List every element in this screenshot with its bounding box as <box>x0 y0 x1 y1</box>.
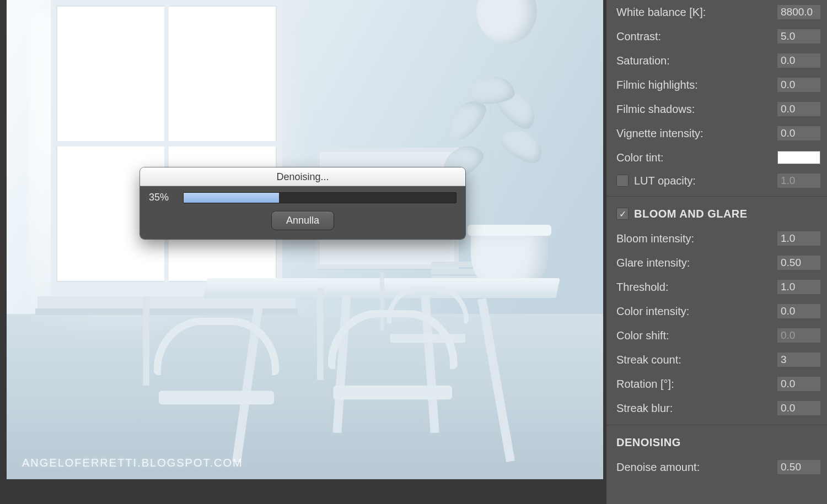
bloom-and-glare-checkbox[interactable]: ✓ <box>616 208 629 220</box>
color-tint-swatch[interactable] <box>777 151 820 164</box>
bloom-row-color_shift: Color shift: <box>616 323 820 348</box>
param-row-filmic_highlights: Filmic highlights: <box>616 73 820 97</box>
progress-dialog: Denoising... 35% Annulla <box>140 167 465 239</box>
bloom-row-streak_blur: Streak blur: <box>616 396 820 420</box>
denoise-input-denoise_amount[interactable] <box>777 460 820 474</box>
bloom-label-rotation: Rotation [°]: <box>616 378 777 391</box>
section-title-bloom-and-glare: BLOOM AND GLARE <box>634 208 748 220</box>
param-input-saturation[interactable] <box>777 53 820 68</box>
section-denoising: DENOISING <box>616 430 820 455</box>
bloom-row-bloom_intensity: Bloom intensity: <box>616 226 820 251</box>
param-input-filmic_highlights[interactable] <box>777 78 820 92</box>
bloom-label-streak_count: Streak count: <box>616 354 777 366</box>
bloom-input-glare_intensity[interactable] <box>777 256 820 270</box>
param-row-contrast: Contrast: <box>616 24 820 48</box>
cancel-button[interactable]: Annulla <box>271 211 334 230</box>
render-settings-panel: White balance [K]:Contrast:Saturation:Fi… <box>606 0 827 504</box>
bloom-label-color_shift: Color shift: <box>616 329 777 342</box>
bloom-row-color_intensity: Color intensity: <box>616 299 820 323</box>
bloom-input-color_intensity[interactable] <box>777 304 820 318</box>
param-input-vignette_intensity[interactable] <box>777 126 820 140</box>
param-label-white_balance: White balance [K]: <box>616 6 777 19</box>
bloom-input-bloom_intensity[interactable] <box>777 231 820 246</box>
param-input-white_balance[interactable] <box>777 5 820 19</box>
bloom-row-streak_count: Streak count: <box>616 348 820 372</box>
bloom-input-threshold[interactable] <box>777 280 820 294</box>
bloom-input-color_shift[interactable] <box>777 328 820 343</box>
param-label-saturation: Saturation: <box>616 55 777 67</box>
bloom-label-color_intensity: Color intensity: <box>616 305 777 318</box>
param-row-white_balance: White balance [K]: <box>616 0 820 24</box>
render-viewport: ANGELOFERRETTI.BLOGSPOT.COM <box>7 0 603 479</box>
param-row-filmic_shadows: Filmic shadows: <box>616 97 820 121</box>
param-input-contrast[interactable] <box>777 29 820 44</box>
param-row-vignette_intensity: Vignette intensity: <box>616 121 820 145</box>
bloom-input-streak_count[interactable] <box>777 353 820 367</box>
viewport-watermark: ANGELOFERRETTI.BLOGSPOT.COM <box>22 457 243 469</box>
param-row-color-tint: Color tint: <box>616 145 820 170</box>
bloom-label-bloom_intensity: Bloom intensity: <box>616 232 777 245</box>
section-title-denoising: DENOISING <box>616 436 681 449</box>
param-row-saturation: Saturation: <box>616 48 820 73</box>
denoise-row-denoise_amount: Denoise amount: <box>616 455 820 479</box>
bloom-label-threshold: Threshold: <box>616 281 777 294</box>
lut-opacity-input[interactable] <box>777 174 820 188</box>
param-label-vignette_intensity: Vignette intensity: <box>616 127 777 140</box>
progress-bar-fill <box>184 193 279 203</box>
progress-percent-label: 35% <box>149 192 174 203</box>
bloom-input-streak_blur[interactable] <box>777 401 820 415</box>
progress-bar <box>183 192 457 203</box>
param-row-lut-opacity: ✓ LUT opacity: <box>616 170 820 192</box>
param-label-filmic_shadows: Filmic shadows: <box>616 103 777 116</box>
bloom-label-glare_intensity: Glare intensity: <box>616 257 777 269</box>
param-label-filmic_highlights: Filmic highlights: <box>616 79 777 91</box>
param-label-contrast: Contrast: <box>616 30 777 43</box>
section-bloom-and-glare: ✓ BLOOM AND GLARE <box>616 201 820 226</box>
bloom-row-glare_intensity: Glare intensity: <box>616 251 820 275</box>
param-input-filmic_shadows[interactable] <box>777 102 820 116</box>
bloom-row-threshold: Threshold: <box>616 275 820 299</box>
bloom-row-rotation: Rotation [°]: <box>616 372 820 396</box>
bloom-label-streak_blur: Streak blur: <box>616 402 777 415</box>
progress-dialog-title: Denoising... <box>140 167 465 186</box>
bloom-input-rotation[interactable] <box>777 377 820 391</box>
param-label-lut-opacity: LUT opacity: <box>634 175 772 187</box>
param-label-color-tint: Color tint: <box>616 151 777 164</box>
lut-opacity-checkbox[interactable]: ✓ <box>616 175 629 187</box>
denoise-label-denoise_amount: Denoise amount: <box>616 461 777 474</box>
